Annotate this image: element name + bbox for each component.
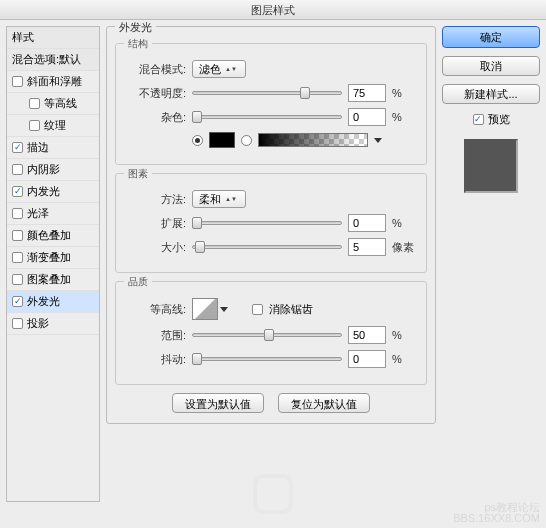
reset-default-button[interactable]: 复位为默认值 <box>278 393 370 413</box>
checkbox-icon[interactable] <box>12 142 23 153</box>
checkbox-icon[interactable] <box>12 252 23 263</box>
structure-title: 结构 <box>124 37 152 51</box>
checkbox-icon[interactable] <box>12 318 23 329</box>
spread-input[interactable]: 0 <box>348 214 386 232</box>
jitter-input[interactable]: 0 <box>348 350 386 368</box>
checkbox-icon[interactable] <box>29 98 40 109</box>
logo-icon <box>253 474 293 514</box>
range-unit: % <box>392 329 416 341</box>
checkbox-icon[interactable] <box>12 296 23 307</box>
sidebar-item-stroke[interactable]: 描边 <box>7 137 99 159</box>
outer-glow-panel: 外发光 结构 混合模式: 滤色▲▼ 不透明度: 75 % 杂色 <box>106 26 436 502</box>
spread-unit: % <box>392 217 416 229</box>
preview-label: 预览 <box>488 112 510 127</box>
noise-label: 杂色: <box>126 110 186 125</box>
spread-label: 扩展: <box>126 216 186 231</box>
elements-title: 图素 <box>124 167 152 181</box>
range-input[interactable]: 50 <box>348 326 386 344</box>
noise-unit: % <box>392 111 416 123</box>
sidebar-item-satin[interactable]: 光泽 <box>7 203 99 225</box>
antialias-checkbox[interactable] <box>252 304 263 315</box>
chevron-updown-icon: ▲▼ <box>225 197 237 202</box>
gradient-picker[interactable] <box>258 133 368 147</box>
sidebar-item-inner-glow[interactable]: 内发光 <box>7 181 99 203</box>
gradient-radio[interactable] <box>241 135 252 146</box>
noise-input[interactable]: 0 <box>348 108 386 126</box>
sidebar-item-bevel[interactable]: 斜面和浮雕 <box>7 71 99 93</box>
opacity-label: 不透明度: <box>126 86 186 101</box>
contour-label: 等高线: <box>126 302 186 317</box>
color-radio[interactable] <box>192 135 203 146</box>
styles-sidebar: 样式 混合选项:默认 斜面和浮雕 等高线 纹理 描边 内阴影 内发光 光泽 颜色… <box>6 26 100 502</box>
chevron-updown-icon: ▲▼ <box>225 67 237 72</box>
checkbox-icon[interactable] <box>12 274 23 285</box>
opacity-input[interactable]: 75 <box>348 84 386 102</box>
sidebar-item-gradient-overlay[interactable]: 渐变叠加 <box>7 247 99 269</box>
size-slider[interactable] <box>192 240 342 254</box>
ok-button[interactable]: 确定 <box>442 26 540 48</box>
checkbox-icon[interactable] <box>12 76 23 87</box>
sidebar-item-outer-glow[interactable]: 外发光 <box>7 291 99 313</box>
spread-slider[interactable] <box>192 216 342 230</box>
set-default-button[interactable]: 设置为默认值 <box>172 393 264 413</box>
jitter-unit: % <box>392 353 416 365</box>
sidebar-item-contour[interactable]: 等高线 <box>7 93 99 115</box>
dropdown-icon[interactable] <box>220 307 228 312</box>
checkbox-icon[interactable] <box>29 120 40 131</box>
blend-mode-label: 混合模式: <box>126 62 186 77</box>
size-input[interactable]: 5 <box>348 238 386 256</box>
sidebar-item-color-overlay[interactable]: 颜色叠加 <box>7 225 99 247</box>
action-column: 确定 取消 新建样式... 预览 <box>442 26 540 502</box>
sidebar-item-pattern-overlay[interactable]: 图案叠加 <box>7 269 99 291</box>
checkbox-icon[interactable] <box>12 208 23 219</box>
antialias-label: 消除锯齿 <box>269 302 313 317</box>
title-bar: 图层样式 <box>0 0 546 20</box>
range-slider[interactable] <box>192 328 342 342</box>
size-label: 大小: <box>126 240 186 255</box>
cancel-button[interactable]: 取消 <box>442 56 540 76</box>
sidebar-header-blend[interactable]: 混合选项:默认 <box>7 49 99 71</box>
opacity-unit: % <box>392 87 416 99</box>
sidebar-item-inner-shadow[interactable]: 内阴影 <box>7 159 99 181</box>
checkbox-icon[interactable] <box>12 230 23 241</box>
sidebar-item-drop-shadow[interactable]: 投影 <box>7 313 99 335</box>
layer-style-dialog: 图层样式 样式 混合选项:默认 斜面和浮雕 等高线 纹理 描边 内阴影 内发光 … <box>0 0 546 528</box>
range-label: 范围: <box>126 328 186 343</box>
sidebar-header-styles[interactable]: 样式 <box>7 27 99 49</box>
color-swatch[interactable] <box>209 132 235 148</box>
technique-label: 方法: <box>126 192 186 207</box>
blend-mode-select[interactable]: 滤色▲▼ <box>192 60 246 78</box>
new-style-button[interactable]: 新建样式... <box>442 84 540 104</box>
checkbox-icon[interactable] <box>12 164 23 175</box>
contour-picker[interactable] <box>192 298 218 320</box>
dropdown-icon[interactable] <box>374 138 382 143</box>
preview-checkbox[interactable] <box>473 114 484 125</box>
noise-slider[interactable] <box>192 110 342 124</box>
size-unit: 像素 <box>392 240 416 255</box>
sidebar-item-texture[interactable]: 纹理 <box>7 115 99 137</box>
technique-select[interactable]: 柔和▲▼ <box>192 190 246 208</box>
checkbox-icon[interactable] <box>12 186 23 197</box>
preview-thumbnail <box>464 139 518 193</box>
panel-title: 外发光 <box>115 20 156 35</box>
jitter-slider[interactable] <box>192 352 342 366</box>
opacity-slider[interactable] <box>192 86 342 100</box>
quality-title: 品质 <box>124 275 152 289</box>
jitter-label: 抖动: <box>126 352 186 367</box>
